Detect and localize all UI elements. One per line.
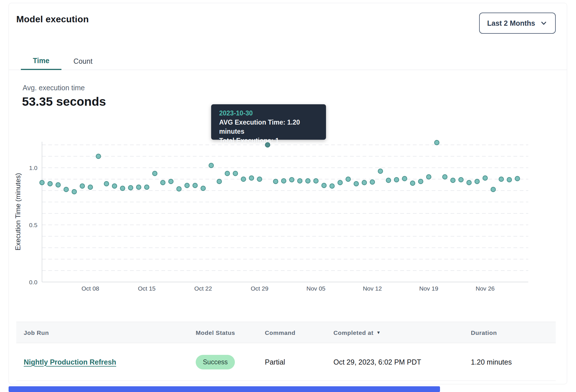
execution-time-scatter-chart: 0.00.51.0Oct 08Oct 15Oct 22Oct 29Nov 05N…: [9, 132, 560, 303]
data-point[interactable]: [410, 181, 415, 185]
data-point[interactable]: [64, 187, 69, 192]
tab-count-label: Count: [73, 57, 93, 65]
kpi-value: 53.35 seconds: [22, 95, 106, 109]
data-point[interactable]: [249, 176, 254, 180]
data-point[interactable]: [322, 183, 326, 188]
data-point[interactable]: [209, 163, 213, 168]
data-point[interactable]: [273, 179, 278, 184]
x-tick-label: Oct 29: [251, 285, 268, 292]
data-point[interactable]: [88, 185, 93, 189]
page-title: Model execution: [16, 14, 89, 25]
column-header-job-run: Job Run: [24, 322, 49, 343]
data-point[interactable]: [201, 186, 205, 191]
data-point[interactable]: [338, 180, 342, 185]
tab-time[interactable]: Time: [21, 52, 61, 70]
data-point[interactable]: [281, 179, 286, 183]
data-point[interactable]: [233, 171, 238, 176]
data-point[interactable]: [297, 179, 302, 183]
x-tick-label: Nov 26: [476, 285, 495, 292]
data-point[interactable]: [491, 187, 495, 192]
data-point[interactable]: [104, 181, 109, 186]
data-point[interactable]: [459, 177, 463, 182]
bottom-accent-bar[interactable]: [9, 386, 440, 392]
tab-count[interactable]: Count: [61, 52, 105, 70]
data-point[interactable]: [225, 171, 230, 176]
data-point[interactable]: [427, 175, 431, 179]
chart-tabs: Time Count: [9, 52, 567, 70]
data-point[interactable]: [145, 185, 149, 189]
data-point[interactable]: [370, 180, 375, 184]
data-point[interactable]: [185, 183, 189, 188]
data-point[interactable]: [330, 184, 334, 188]
y-tick-label: 1.0: [29, 165, 37, 171]
duration-cell: 1.20 minutes: [471, 343, 512, 381]
data-point[interactable]: [507, 177, 512, 182]
data-point[interactable]: [169, 179, 173, 184]
data-point[interactable]: [499, 177, 503, 181]
data-point[interactable]: [96, 154, 101, 159]
data-point[interactable]: [40, 180, 44, 185]
x-tick-label: Oct 15: [138, 285, 156, 292]
kpi-label: Avg. execution time: [23, 84, 85, 92]
table-row: Nightly Production Refresh Success Parti…: [16, 343, 556, 381]
data-point[interactable]: [451, 178, 455, 183]
data-point[interactable]: [435, 140, 439, 145]
column-header-completed-at[interactable]: Completed at ▼: [333, 322, 381, 343]
data-point[interactable]: [217, 179, 221, 184]
tooltip-date: 2023-10-30: [219, 109, 318, 118]
data-point[interactable]: [362, 180, 367, 185]
data-point[interactable]: [56, 183, 60, 187]
x-tick-label: Nov 05: [307, 285, 326, 292]
column-header-duration: Duration: [471, 322, 497, 343]
data-point[interactable]: [314, 179, 318, 183]
completed-at-cell: Oct 29, 2023, 6:02 PM PDT: [333, 343, 421, 381]
tab-time-label: Time: [33, 57, 49, 65]
date-range-dropdown[interactable]: Last 2 Months: [479, 13, 556, 34]
data-point[interactable]: [177, 187, 181, 191]
chevron-down-icon: [540, 19, 548, 27]
data-point[interactable]: [80, 184, 85, 188]
selected-data-point[interactable]: [265, 143, 270, 147]
column-header-command: Command: [265, 322, 295, 343]
job-run-link[interactable]: Nightly Production Refresh: [24, 358, 116, 366]
table-header-row: Job Run Model Status Command Completed a…: [16, 322, 556, 343]
data-point[interactable]: [386, 178, 391, 183]
data-point[interactable]: [306, 179, 310, 183]
data-point[interactable]: [257, 177, 262, 181]
data-point[interactable]: [120, 186, 125, 191]
data-point[interactable]: [483, 176, 487, 180]
data-point[interactable]: [193, 183, 197, 188]
command-cell: Partial: [265, 343, 285, 381]
x-tick-label: Nov 12: [363, 285, 382, 292]
model-execution-card: Model execution Last 2 Months Time Count…: [9, 3, 567, 384]
y-tick-label: 0.0: [29, 279, 37, 285]
data-point[interactable]: [475, 179, 479, 184]
data-point[interactable]: [128, 185, 133, 190]
data-point[interactable]: [48, 181, 52, 186]
data-point[interactable]: [467, 180, 471, 185]
data-point[interactable]: [515, 176, 520, 181]
date-range-label: Last 2 Months: [487, 19, 535, 27]
data-point[interactable]: [241, 177, 246, 181]
data-point[interactable]: [153, 171, 157, 176]
data-point[interactable]: [394, 177, 399, 182]
data-point[interactable]: [136, 185, 141, 189]
column-header-model-status: Model Status: [196, 322, 235, 343]
data-point[interactable]: [402, 176, 407, 181]
data-point[interactable]: [418, 179, 423, 184]
x-tick-label: Nov 19: [419, 285, 438, 292]
data-point[interactable]: [289, 177, 294, 182]
data-point[interactable]: [378, 169, 383, 173]
job-runs-table: Job Run Model Status Command Completed a…: [16, 322, 556, 381]
x-tick-label: Oct 08: [81, 285, 99, 292]
data-point[interactable]: [112, 184, 117, 188]
data-point[interactable]: [72, 189, 77, 194]
data-point[interactable]: [346, 177, 351, 181]
sort-desc-icon[interactable]: ▼: [376, 330, 381, 335]
y-tick-label: 0.5: [29, 222, 37, 228]
completed-at-label: Completed at: [333, 329, 373, 336]
data-point[interactable]: [354, 181, 359, 186]
data-point[interactable]: [443, 175, 447, 179]
data-point[interactable]: [161, 180, 165, 185]
status-badge: Success: [196, 355, 235, 369]
